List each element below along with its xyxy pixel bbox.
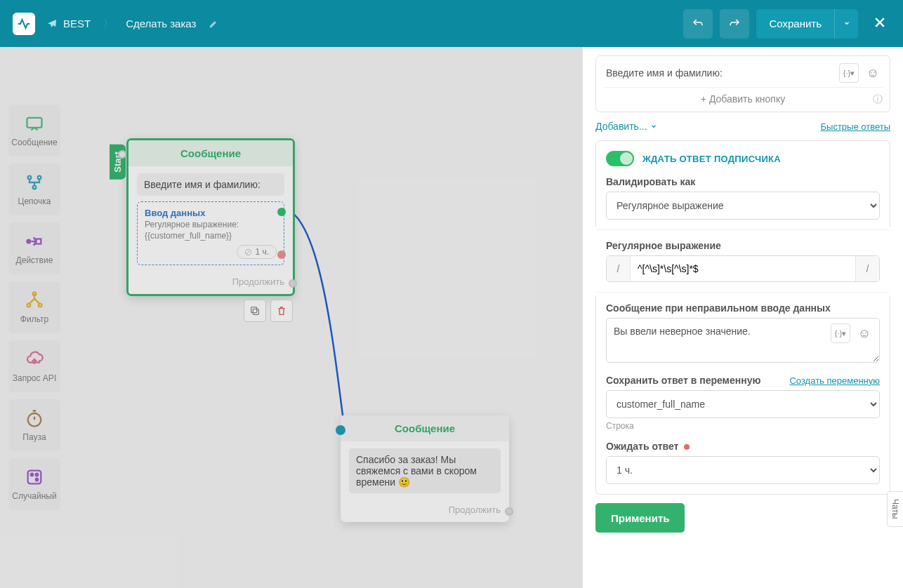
undo-icon: [692, 18, 704, 30]
app-logo[interactable]: [13, 13, 35, 35]
save-button[interactable]: Сохранить: [756, 9, 834, 39]
close-icon: [873, 15, 887, 29]
undo-button[interactable]: [683, 9, 713, 39]
save-dropdown-button[interactable]: [834, 9, 858, 39]
breadcrumb-sep-icon: 〉: [103, 18, 113, 30]
close-button[interactable]: [869, 13, 890, 34]
breadcrumb-bot[interactable]: BEST: [46, 18, 91, 29]
redo-icon: [728, 18, 741, 30]
telegram-icon: [46, 18, 58, 29]
redo-button[interactable]: [720, 9, 749, 39]
breadcrumb-flow[interactable]: Сделать заказ: [126, 18, 218, 29]
edit-icon[interactable]: [209, 19, 218, 29]
topbar: BEST 〉 Сделать заказ Сохранить: [0, 0, 903, 47]
chevron-down-icon: [843, 20, 850, 27]
